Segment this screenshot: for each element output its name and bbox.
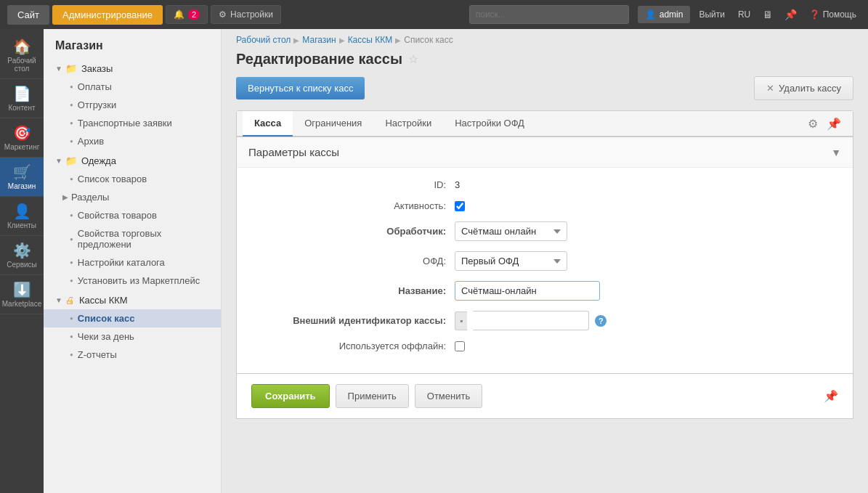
nav-item-daily-receipts[interactable]: ● Чеки за день [44,327,221,346]
breadcrumb-desktop[interactable]: Рабочий стол [236,35,291,45]
tab-cash[interactable]: Касса [243,111,293,137]
search-container [469,5,629,24]
breadcrumb-kkm[interactable]: Кассы ККМ [348,35,393,45]
form-body: ID: 3 Активность: Обработчик: Сч [237,168,853,373]
top-right-nav: 👤 admin Выйти RU 🖥 📌 ❓ Помощь [638,5,861,24]
back-to-list-button[interactable]: Вернуться к списку касс [236,77,365,99]
cancel-button[interactable]: Отменить [415,384,482,408]
nav-section-orders-header[interactable]: ▼ 📁 Заказы [44,60,221,78]
ext-id-input[interactable] [473,311,589,330]
breadcrumb: Рабочий стол ▶ Магазин ▶ Кассы ККМ ▶ Спи… [222,29,868,51]
form-section-title: Параметры кассы [248,146,339,158]
nav-item-shipments[interactable]: ● Отгрузки [44,96,221,114]
tab-pin-icon[interactable]: 📌 [824,115,844,132]
tab-panel: Касса Ограничения Настройки Настройки ОФ… [236,110,853,137]
icon-sidebar: 🏠 Рабочий стол 📄 Контент 🎯 Маркетинг 🛒 М… [0,29,44,493]
bullet-icon: ● [70,351,73,358]
nav-item-products-list[interactable]: ● Список товаров [44,170,221,188]
nav-item-archive[interactable]: ● Архив [44,132,221,150]
footer-pin-icon[interactable]: 📌 [824,389,838,403]
ofd-label: ОФД: [280,256,455,266]
ext-id-help-icon[interactable]: ? [595,315,607,327]
pin-nav-icon[interactable]: 📌 [781,5,800,24]
bullet-icon: ● [70,83,73,90]
sidebar-title: Магазин [44,36,221,60]
logout-link[interactable]: Выйти [694,6,729,23]
tab-gear-icon[interactable]: ⚙ [805,115,821,132]
user-icon: 👤 [645,9,656,20]
marketing-icon: 🎯 [13,124,31,142]
sidebar-item-content[interactable]: 📄 Контент [0,79,44,118]
tab-ofd-settings[interactable]: Настройки ОФД [443,111,536,137]
apply-button[interactable]: Применить [336,384,409,408]
save-button[interactable]: Сохранить [251,384,330,408]
name-input[interactable] [455,281,600,301]
search-input[interactable] [469,5,629,24]
nav-item-cash-list[interactable]: ● Список касс [44,309,221,327]
nav-item-install-marketplace[interactable]: ● Установить из Маркетплейс [44,272,221,290]
tab-restrictions[interactable]: Ограничения [293,111,373,137]
name-control-wrap [455,281,600,301]
monitor-icon[interactable]: 🖥 [759,5,776,24]
page-title: Редактирование кассы [236,51,402,68]
active-control-wrap [455,201,465,211]
user-badge: 👤 admin [638,6,691,23]
tab-bar-actions: ⚙ 📌 [802,113,847,135]
action-bar: Вернуться к списку касс ✕ Удалить кассу [222,76,868,110]
clients-icon: 👤 [13,203,31,220]
help-link[interactable]: ❓ Помощь [805,6,861,23]
site-button[interactable]: Сайт [7,5,49,25]
lang-switcher[interactable]: RU [734,6,755,23]
clothes-folder-icon: 📁 [65,155,77,166]
sidebar-item-shop[interactable]: 🛒 Магазин [0,158,44,197]
sidebar-item-marketing[interactable]: 🎯 Маркетинг [0,118,44,158]
delete-cash-button[interactable]: ✕ Удалить кассу [754,76,853,100]
offline-checkbox[interactable] [455,341,465,351]
nav-item-product-props[interactable]: ● Свойства товаров [44,206,221,224]
settings-nav-button[interactable]: ⚙ Настройки [211,5,281,24]
ext-id-prefix: ▪ [455,311,467,330]
sidebar-item-clients[interactable]: 👤 Клиенты [0,197,44,236]
gear-icon: ⚙ [219,9,227,20]
form-section-header: Параметры кассы ▼ [237,137,853,168]
breadcrumb-shop[interactable]: Магазин [302,35,336,45]
bullet-icon: ● [70,277,73,284]
ofd-select[interactable]: Первый ОФДВторой ОФД [455,251,567,271]
nav-item-sections[interactable]: ▶ Разделы [44,188,221,206]
nav-section-kkm: ▼ 🖨 Кассы ККМ ● Список касс ● Чеки за де… [44,291,221,364]
nav-section-clothes-header[interactable]: ▼ 📁 Одежда [44,152,221,170]
bullet-icon: ● [70,236,73,243]
sidebar-item-desktop[interactable]: 🏠 Рабочий стол [0,32,44,79]
tab-bar: Касса Ограничения Настройки Настройки ОФ… [237,111,853,137]
nav-item-offer-props[interactable]: ● Свойства торговых предложени [44,224,221,253]
section-collapse-icon[interactable]: ▼ [831,147,841,158]
marketplace-icon: ⬇️ [13,281,31,298]
handler-label: Обработчик: [280,226,455,237]
id-value: 3 [455,179,460,190]
notifications-button[interactable]: 🔔 2 [166,5,208,24]
bullet-icon: ● [70,120,73,126]
admin-button[interactable]: Администрирование [52,5,163,25]
ext-id-control-wrap: ▪ ? [455,311,607,330]
favorite-star-icon[interactable]: ☆ [408,52,418,66]
nav-item-catalog-settings[interactable]: ● Настройки каталога [44,253,221,272]
id-value-wrap: 3 [455,179,460,190]
handler-select[interactable]: Счётмаш онлайнДругой [455,221,567,241]
sidebar-item-services[interactable]: ⚙️ Сервисы [0,236,44,275]
delete-x-icon: ✕ [766,83,774,94]
ext-id-label: Внешний идентификатор кассы: [280,315,455,326]
sidebar-item-marketplace[interactable]: ⬇️ Marketplace [0,275,44,314]
nav-section-kkm-header[interactable]: ▼ 🖨 Кассы ККМ [44,291,221,309]
nav-item-transport[interactable]: ● Транспортные заявки [44,114,221,132]
active-checkbox[interactable] [455,201,465,211]
form-row-ofd: ОФД: Первый ОФДВторой ОФД [251,251,838,271]
name-label: Название: [280,285,455,296]
nav-item-z-reports[interactable]: ● Z-отчеты [44,346,221,364]
form-row-offline: Используется оффлайн: [251,341,838,351]
bullet-icon: ● [70,102,73,108]
handler-control-wrap: Счётмаш онлайнДругой [455,221,567,241]
form-row-name: Название: [251,281,838,301]
bell-icon: 🔔 [174,9,184,20]
tab-settings[interactable]: Настройки [373,111,443,137]
nav-item-payments[interactable]: ● Оплаты [44,78,221,96]
